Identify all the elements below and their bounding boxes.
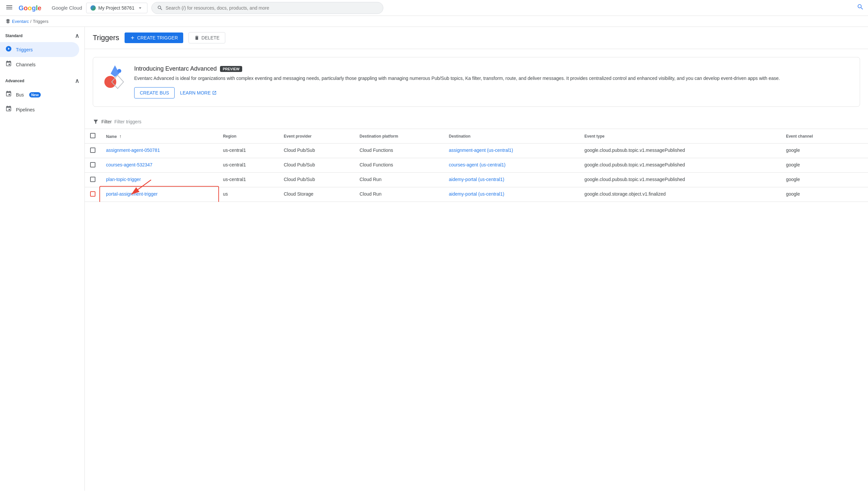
table-body: assignment-agent-050781us-central1Cloud … <box>85 143 868 202</box>
row-dest-platform-cell: Cloud Run <box>354 173 444 187</box>
svg-text:Google: Google <box>19 4 42 12</box>
learn-more-button[interactable]: LEARN MORE <box>180 90 217 95</box>
row-checkbox-cell <box>85 158 101 173</box>
svg-point-2 <box>105 76 116 88</box>
destination-link[interactable]: assignment-agent (us-central1) <box>449 148 513 153</box>
sidebar-item-bus[interactable]: Bus New <box>0 87 79 102</box>
select-all-checkbox[interactable] <box>90 133 95 138</box>
sidebar-item-channels[interactable]: Channels <box>0 57 79 72</box>
chevron-down-icon <box>137 5 143 11</box>
search-icon <box>157 5 163 11</box>
create-bus-button[interactable]: CREATE BUS <box>134 87 175 98</box>
col-event-channel[interactable]: Event channel <box>781 129 849 143</box>
page-title: Triggers <box>93 33 119 42</box>
standard-chevron-icon: ∧ <box>75 32 79 40</box>
search-bar[interactable] <box>151 2 383 14</box>
row-event-channel-cell: google <box>781 158 849 173</box>
sidebar-section-standard[interactable]: Standard ∧ <box>0 30 84 42</box>
col-actions <box>849 129 868 143</box>
destination-link[interactable]: aidemy-portal (us-central1) <box>449 177 504 182</box>
row-checkbox[interactable] <box>90 177 95 182</box>
bus-new-badge: New <box>29 92 41 97</box>
promo-illustration <box>101 65 128 92</box>
sort-icon: ↑ <box>119 134 122 139</box>
main-content: Triggers CREATE TRIGGER DELETE <box>85 27 868 491</box>
page-header: Triggers CREATE TRIGGER DELETE <box>85 27 868 49</box>
table-row: portal-assignment-triggerusCloud Storage… <box>85 187 868 202</box>
row-name-cell: courses-agent-532347 <box>101 158 218 173</box>
row-region-cell: us-central1 <box>218 143 279 158</box>
table-container: Name ↑ Region Event provider Destination… <box>85 129 868 202</box>
delete-label: DELETE <box>202 35 219 41</box>
bus-label: Bus <box>16 92 24 97</box>
triggers-icon <box>5 45 12 54</box>
filter-icon <box>93 119 99 125</box>
table-row: plan-topic-triggerus-central1Cloud Pub/S… <box>85 173 868 187</box>
add-icon <box>130 35 135 41</box>
col-event-type[interactable]: Event type <box>579 129 781 143</box>
col-destination-platform[interactable]: Destination platform <box>354 129 444 143</box>
row-actions-cell <box>849 187 868 202</box>
search-input[interactable] <box>166 5 378 11</box>
external-link-icon <box>212 91 217 95</box>
trigger-name-link[interactable]: portal-assignment-trigger <box>106 191 212 197</box>
sidebar-item-triggers[interactable]: Triggers <box>0 42 79 57</box>
row-event-provider-cell: Cloud Storage <box>279 187 354 202</box>
col-dest-label: Destination <box>449 134 470 139</box>
col-dest-platform-label: Destination platform <box>359 134 398 139</box>
col-event-provider-label: Event provider <box>284 134 312 139</box>
project-label: My Project 58761 <box>98 5 134 11</box>
promo-actions: CREATE BUS LEARN MORE <box>134 87 852 98</box>
trigger-name-link[interactable]: assignment-agent-050781 <box>106 148 160 153</box>
row-event-channel-cell: google <box>781 187 849 202</box>
row-event-type-cell: google.cloud.storage.object.v1.finalized <box>579 187 781 202</box>
trigger-name-link[interactable]: courses-agent-532347 <box>106 162 152 167</box>
row-dest-platform-cell: Cloud Functions <box>354 158 444 173</box>
topbar: Google Google Cloud My Project 58761 <box>0 0 868 16</box>
delete-button[interactable]: DELETE <box>189 32 225 43</box>
destination-link[interactable]: courses-agent (us-central1) <box>449 162 505 167</box>
col-name-label: Name <box>106 134 117 139</box>
table-header: Name ↑ Region Event provider Destination… <box>85 129 868 143</box>
filter-placeholder: Filter triggers <box>114 119 142 124</box>
pipelines-label: Pipelines <box>16 107 35 112</box>
row-name-cell: plan-topic-trigger <box>101 173 218 187</box>
row-name-cell: assignment-agent-050781 <box>101 143 218 158</box>
row-event-type-cell: google.cloud.pubsub.topic.v1.messagePubl… <box>579 158 781 173</box>
sidebar: Standard ∧ Triggers Channels Advanced ∧ <box>0 27 85 491</box>
row-actions-cell <box>849 158 868 173</box>
row-checkbox[interactable] <box>90 162 95 167</box>
row-event-type-cell: google.cloud.pubsub.topic.v1.messagePubl… <box>579 173 781 187</box>
trigger-name-link[interactable]: plan-topic-trigger <box>106 177 141 182</box>
row-checkbox[interactable] <box>90 191 95 197</box>
delete-icon <box>194 35 199 41</box>
row-checkbox[interactable] <box>90 148 95 153</box>
promo-content: Introducing Eventarc Advanced PREVIEW Ev… <box>134 65 852 98</box>
row-region-cell: us <box>218 187 279 202</box>
svg-point-4 <box>117 69 121 73</box>
col-destination[interactable]: Destination <box>444 129 579 143</box>
breadcrumb: Eventarc / Triggers <box>0 16 868 27</box>
sidebar-item-pipelines[interactable]: Pipelines <box>0 102 79 117</box>
triggers-table: Name ↑ Region Event provider Destination… <box>85 129 868 202</box>
create-trigger-button[interactable]: CREATE TRIGGER <box>125 32 183 43</box>
preview-badge: PREVIEW <box>220 66 242 72</box>
menu-icon[interactable] <box>4 2 15 14</box>
col-event-provider[interactable]: Event provider <box>279 129 354 143</box>
triggers-label: Triggers <box>16 47 33 52</box>
breadcrumb-parent[interactable]: Eventarc <box>12 19 29 24</box>
row-event-provider-cell: Cloud Pub/Sub <box>279 173 354 187</box>
search-submit-icon[interactable] <box>857 3 864 12</box>
advanced-chevron-icon: ∧ <box>75 77 79 84</box>
col-name[interactable]: Name ↑ <box>101 129 218 143</box>
project-selector[interactable]: My Project 58761 <box>86 3 147 13</box>
channels-label: Channels <box>16 62 35 67</box>
row-destination-cell: assignment-agent (us-central1) <box>444 143 579 158</box>
col-event-channel-label: Event channel <box>786 134 813 139</box>
row-actions-cell <box>849 173 868 187</box>
col-region[interactable]: Region <box>218 129 279 143</box>
breadcrumb-separator: / <box>30 19 31 24</box>
row-dest-platform-cell: Cloud Run <box>354 187 444 202</box>
destination-link[interactable]: aidemy-portal (us-central1) <box>449 191 504 197</box>
sidebar-section-advanced[interactable]: Advanced ∧ <box>0 75 84 87</box>
